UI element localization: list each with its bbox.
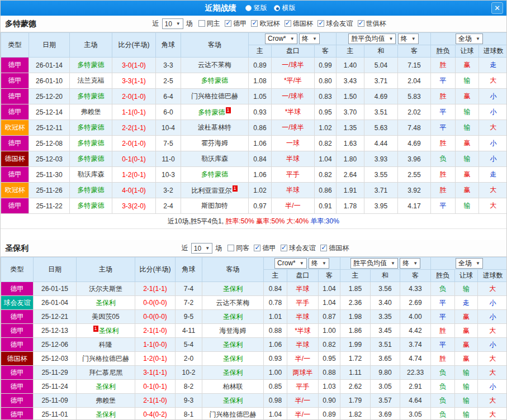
- corner-cell: 8-2: [176, 380, 202, 394]
- away-team-link[interactable]: 多特蒙德: [201, 77, 228, 84]
- home-team-link[interactable]: 多特蒙德: [78, 155, 105, 163]
- filter-checkbox[interactable]: 德甲: [254, 244, 276, 253]
- home-team-link[interactable]: 多特蒙德: [78, 61, 105, 69]
- match-row: 德甲 25-11-30 勒沃库森 1-2(0-1) 10-3 多特蒙德 1.06…: [1, 167, 507, 183]
- filter-checkbox[interactable]: 同主: [198, 19, 220, 28]
- away-team-link[interactable]: 圣保利: [223, 341, 243, 349]
- checkbox-label: 德甲: [233, 19, 247, 28]
- home-team-cell: 圣保利: [77, 296, 135, 310]
- away-team-link[interactable]: 云达不莱梅: [198, 61, 231, 69]
- filter-checkbox[interactable]: 球会友谊: [318, 19, 353, 28]
- avg-final-select[interactable]: 终▼: [398, 34, 419, 44]
- home-team-link[interactable]: 勒沃库森: [78, 170, 105, 178]
- away-team-link[interactable]: 多特蒙德: [198, 108, 225, 116]
- away-team-link[interactable]: 斯图加特: [201, 202, 228, 209]
- home-team-link[interactable]: 科隆: [99, 341, 112, 349]
- league-type-badge: 德甲: [1, 198, 29, 214]
- filter-checkbox[interactable]: 德甲: [225, 19, 247, 28]
- checkbox-icon: [285, 20, 291, 27]
- filter-checkbox[interactable]: 欧冠杯: [251, 19, 279, 28]
- home-team-link[interactable]: 多特蒙德: [78, 186, 105, 194]
- away-team-link[interactable]: 圣保利: [223, 397, 243, 404]
- checkbox-icon: [251, 20, 258, 27]
- handicap-result-cell: 输: [455, 282, 478, 296]
- wdl-result-cell: 负: [431, 366, 455, 380]
- avg-away-cell: 4.33: [400, 282, 431, 296]
- away-team-link[interactable]: 圣保利: [223, 285, 243, 293]
- home-team-link[interactable]: 多特蒙德: [78, 92, 105, 100]
- away-team-link[interactable]: 圣保利: [223, 313, 243, 321]
- home-team-link[interactable]: 拜仁慕尼黑: [89, 369, 122, 376]
- close-icon[interactable]: ✕: [491, 2, 503, 14]
- match-row: 德甲 25-11-29 拜仁慕尼黑 3-1(1-1) 10-2 圣保利 1.00…: [1, 366, 507, 380]
- handicap-cell: 半/一: [272, 198, 315, 214]
- home-team-link[interactable]: 圣保利: [96, 299, 116, 307]
- checkbox-icon: [254, 245, 260, 251]
- odds-away-cell: 1.03: [319, 380, 340, 394]
- avg-draw-cell: 9.80: [371, 366, 400, 380]
- home-team-link[interactable]: 多特蒙德: [78, 202, 105, 209]
- home-team-link[interactable]: 法兰克福: [78, 77, 105, 84]
- match-count-select[interactable]: 10▼: [191, 243, 212, 254]
- odds-company-select[interactable]: Crow*▼: [265, 34, 297, 44]
- home-team-link[interactable]: 圣保利: [99, 327, 119, 335]
- filter-checkbox[interactable]: 同客: [228, 244, 249, 253]
- home-team-link[interactable]: 圣保利: [96, 383, 116, 390]
- layout-radio-vertical[interactable]: 竖版: [245, 3, 267, 13]
- odds-final-select[interactable]: 终▼: [309, 258, 329, 269]
- match-date: 25-11-29: [34, 366, 77, 380]
- away-team-link[interactable]: 海登海姆: [220, 327, 247, 335]
- avg-draw-cell: 3.71: [364, 73, 398, 89]
- scope-select[interactable]: 全场▼: [456, 258, 483, 269]
- away-team-link[interactable]: 波杜基林特: [198, 123, 231, 131]
- away-team-link[interactable]: 门兴格拉德巴赫: [210, 411, 257, 418]
- home-team-link[interactable]: 多特蒙德: [78, 123, 105, 131]
- odds-final-select[interactable]: 终▼: [299, 34, 320, 44]
- handicap-cell: 半球: [287, 310, 319, 324]
- avg-away-cell: 4.42: [400, 324, 431, 338]
- scope-select[interactable]: 全场▼: [456, 34, 483, 44]
- away-team-link[interactable]: 多特蒙德: [201, 170, 228, 178]
- recent-results-panel: 近期战绩 竖版 横版 ✕ 多特蒙德 近 10▼ 场: [0, 0, 507, 420]
- away-team-link[interactable]: 勒沃库森: [201, 155, 228, 163]
- odds-company-select[interactable]: Crow*▼: [274, 258, 307, 269]
- avg-final-select[interactable]: 终▼: [400, 258, 420, 269]
- home-team-link[interactable]: 门兴格拉德巴赫: [82, 355, 129, 362]
- avg-select[interactable]: 胜平负均值▼: [350, 258, 398, 269]
- home-team-link[interactable]: 多特蒙德: [78, 139, 105, 147]
- odds-away-cell: 1.04: [319, 282, 340, 296]
- home-team-cell: 沃尔夫斯堡: [77, 282, 135, 296]
- goals-result-cell: 大: [478, 394, 507, 408]
- handicap-result-cell: 输: [456, 151, 479, 167]
- checkbox-label: 同主: [207, 19, 220, 28]
- away-team-link[interactable]: 比利亚雷亚尔: [192, 187, 232, 194]
- score-cell: 4-0(1-0): [112, 183, 156, 198]
- away-team-link[interactable]: 圣保利: [223, 369, 243, 376]
- home-team-link[interactable]: 弗赖堡: [96, 397, 116, 404]
- handicap-cell: 半/一: [287, 394, 319, 408]
- handicap-result-cell: 赢: [456, 183, 479, 198]
- filter-bar: 近 10▼ 场 同客 德甲: [182, 243, 349, 254]
- away-team-link[interactable]: 柏林联: [223, 383, 243, 390]
- layout-radio-horizontal[interactable]: 横版: [274, 3, 296, 13]
- away-team-link[interactable]: 圣保利: [223, 355, 243, 362]
- away-team-link[interactable]: 云达不莱梅: [216, 299, 250, 307]
- filter-checkbox[interactable]: 德国杯: [285, 19, 313, 28]
- home-team-link[interactable]: 美因茨05: [92, 313, 119, 321]
- score-cell: 1-1(0-1): [112, 104, 156, 120]
- filter-checkbox[interactable]: 球会友谊: [281, 244, 316, 253]
- corner-cell: 10-3: [156, 167, 181, 183]
- col-away: 客场: [202, 257, 264, 282]
- home-team-cell: 圣保利: [77, 380, 135, 394]
- avg-final-value: 终: [402, 259, 409, 268]
- away-team-link[interactable]: 门兴格拉德巴赫: [191, 92, 238, 100]
- home-team-link[interactable]: 弗赖堡: [81, 108, 101, 116]
- filter-checkbox[interactable]: 世俱杯: [358, 19, 386, 28]
- home-team-link[interactable]: 沃尔夫斯堡: [89, 285, 122, 293]
- filter-checkbox[interactable]: 德国杯: [320, 244, 349, 253]
- avg-select[interactable]: 胜平负均值▼: [348, 34, 396, 44]
- match-count-select[interactable]: 10▼: [162, 18, 183, 29]
- avg-away-cell: 3.92: [398, 183, 431, 198]
- away-team-link[interactable]: 霍芬海姆: [201, 139, 228, 147]
- home-team-link[interactable]: 圣保利: [96, 411, 116, 418]
